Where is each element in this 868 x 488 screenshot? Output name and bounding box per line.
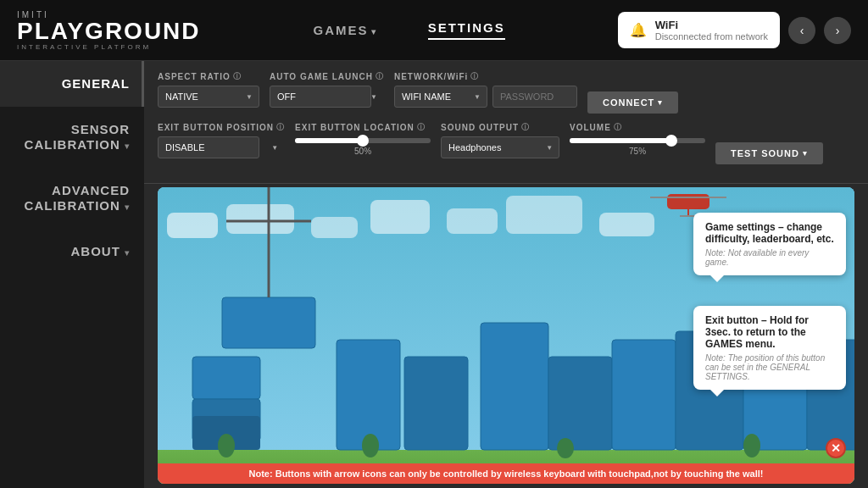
wifi-name-select-wrapper[interactable]: WIFI NAME <box>394 86 487 108</box>
aspect-ratio-select[interactable]: NATIVE 4:3 16:9 <box>158 86 259 108</box>
svg-point-25 <box>557 438 574 458</box>
wifi-notification: 🔔 WiFi Disconnected from network <box>618 12 780 48</box>
exit-button-position-group: EXIT BUTTON POSITION ⓘ DISABLE TOP LEFT … <box>158 122 285 158</box>
volume-slider-value: 75% <box>570 147 705 156</box>
settings-panel: ASPECT RATIO ⓘ NATIVE 4:3 16:9 AUTO <box>144 61 868 184</box>
svg-rect-7 <box>599 213 654 236</box>
aspect-ratio-label: ASPECT RATIO ⓘ <box>158 71 259 82</box>
game-tooltip-2: Exit button – Hold for 3sec. to return t… <box>693 306 846 390</box>
tooltip2-title: Exit button – Hold for 3sec. to return t… <box>705 314 834 350</box>
exit-button-location-label: EXIT BUTTON LOCATION ⓘ <box>295 122 431 133</box>
network-wifi-label: NETWORK/WiFi ⓘ <box>394 71 577 82</box>
logo-sub: INTERACTIVE PLATFORM <box>17 43 201 51</box>
volume-label: VOLUME ⓘ <box>570 122 705 133</box>
nav-center: GAMES▾ SETTINGS <box>314 20 505 40</box>
sound-output-label: SOUND OUTPUT ⓘ <box>441 122 559 133</box>
svg-rect-16 <box>404 357 468 450</box>
auto-game-launch-group: AUTO GAME LAUNCH ⓘ OFF ON <box>270 71 384 108</box>
svg-point-23 <box>218 434 235 458</box>
svg-rect-9 <box>192 357 260 399</box>
wifi-info: WiFi Disconnected from network <box>655 19 768 42</box>
svg-rect-12 <box>222 297 315 348</box>
settings-row-1: ASPECT RATIO ⓘ NATIVE 4:3 16:9 AUTO <box>158 71 854 114</box>
svg-rect-6 <box>506 196 582 234</box>
aspect-ratio-group: ASPECT RATIO ⓘ NATIVE 4:3 16:9 <box>158 71 259 108</box>
sidebar-item-sensor[interactable]: SENSORCALIBRATION ▾ <box>0 107 144 168</box>
svg-rect-17 <box>481 323 548 450</box>
volume-group: VOLUME ⓘ 75% <box>570 122 705 156</box>
tooltip1-note: Note: Not available in every game. <box>705 248 834 267</box>
settings-row-2: EXIT BUTTON POSITION ⓘ DISABLE TOP LEFT … <box>158 122 854 164</box>
test-sound-group: TEST SOUND ▾ <box>715 122 823 164</box>
volume-slider-track[interactable] <box>570 138 705 143</box>
header: IMITI PLAYGROUND INTERACTIVE PLATFORM GA… <box>0 0 868 61</box>
svg-rect-27 <box>667 194 709 209</box>
sidebar-item-general[interactable]: GENERAL <box>0 61 144 107</box>
svg-point-26 <box>743 434 760 458</box>
sidebar-item-about[interactable]: ABOUT ▾ <box>0 229 144 274</box>
game-preview: Game settings – change difficulty, leade… <box>158 187 854 484</box>
password-input[interactable] <box>492 86 577 108</box>
logo-playground: PLAYGROUND <box>17 19 201 43</box>
wifi-title: WiFi <box>655 19 768 31</box>
nav-games[interactable]: GAMES▾ <box>314 23 377 37</box>
note-bar: Note: Buttons with arrow icons can only … <box>158 463 854 484</box>
logo-area: IMITI PLAYGROUND INTERACTIVE PLATFORM <box>17 10 201 51</box>
sound-output-group: SOUND OUTPUT ⓘ Headphones Speakers HDMI <box>441 122 559 158</box>
sidebar: GENERAL SENSORCALIBRATION ▾ ADVANCEDCALI… <box>0 61 144 488</box>
svg-rect-1 <box>167 213 218 238</box>
exit-button-position-label: EXIT BUTTON POSITION ⓘ <box>158 122 285 133</box>
svg-rect-15 <box>337 340 400 450</box>
nav-next-button[interactable]: › <box>824 17 851 44</box>
test-sound-button[interactable]: TEST SOUND ▾ <box>715 142 823 164</box>
exit-button-location-group: EXIT BUTTON LOCATION ⓘ 50% <box>295 122 431 156</box>
wifi-status: Disconnected from network <box>655 31 768 42</box>
tooltip2-note: Note: The position of this button can be… <box>705 353 834 381</box>
svg-point-24 <box>362 434 379 458</box>
connect-group: CONNECT ▾ <box>587 71 678 114</box>
tooltip1-title: Game settings – change difficulty, leade… <box>705 221 834 245</box>
sound-output-select[interactable]: Headphones Speakers HDMI <box>441 136 559 158</box>
auto-game-launch-select-wrapper[interactable]: OFF ON <box>270 86 384 108</box>
wifi-name-select[interactable]: WIFI NAME <box>394 86 487 108</box>
exit-location-slider-track[interactable] <box>295 138 431 143</box>
exit-button-position-select[interactable]: DISABLE TOP LEFT TOP RIGHT BOTTOM LEFT B… <box>158 136 259 158</box>
sidebar-item-advanced[interactable]: ADVANCEDCALIBRATION ▾ <box>0 168 144 229</box>
volume-slider-container: 75% <box>570 136 705 156</box>
svg-rect-3 <box>311 217 358 238</box>
wifi-icon: 🔔 <box>630 22 647 38</box>
auto-game-launch-select[interactable]: OFF ON <box>270 86 371 108</box>
network-wifi-group: NETWORK/WiFi ⓘ WIFI NAME <box>394 71 577 108</box>
auto-game-launch-label: AUTO GAME LAUNCH ⓘ <box>270 71 384 82</box>
nav-prev-button[interactable]: ‹ <box>788 17 815 44</box>
exit-location-slider-container: 50% <box>295 136 431 156</box>
nav-settings[interactable]: SETTINGS <box>428 20 505 40</box>
svg-rect-4 <box>370 200 430 234</box>
svg-rect-18 <box>548 357 612 450</box>
connect-button[interactable]: CONNECT ▾ <box>587 92 678 114</box>
header-right: 🔔 WiFi Disconnected from network ‹ › <box>618 12 851 48</box>
svg-rect-2 <box>226 204 294 234</box>
sound-output-select-wrapper[interactable]: Headphones Speakers HDMI <box>441 136 559 158</box>
game-tooltip-1: Game settings – change difficulty, leade… <box>693 213 846 275</box>
exit-button-position-select-wrapper[interactable]: DISABLE TOP LEFT TOP RIGHT BOTTOM LEFT B… <box>158 136 285 158</box>
svg-rect-19 <box>612 340 676 450</box>
svg-rect-5 <box>447 208 498 234</box>
content-area: ASPECT RATIO ⓘ NATIVE 4:3 16:9 AUTO <box>144 61 868 488</box>
main-layout: GENERAL SENSORCALIBRATION ▾ ADVANCEDCALI… <box>0 61 868 488</box>
close-button[interactable]: ✕ <box>826 438 846 458</box>
exit-location-slider-value: 50% <box>295 147 431 156</box>
aspect-ratio-select-wrapper[interactable]: NATIVE 4:3 16:9 <box>158 86 259 108</box>
